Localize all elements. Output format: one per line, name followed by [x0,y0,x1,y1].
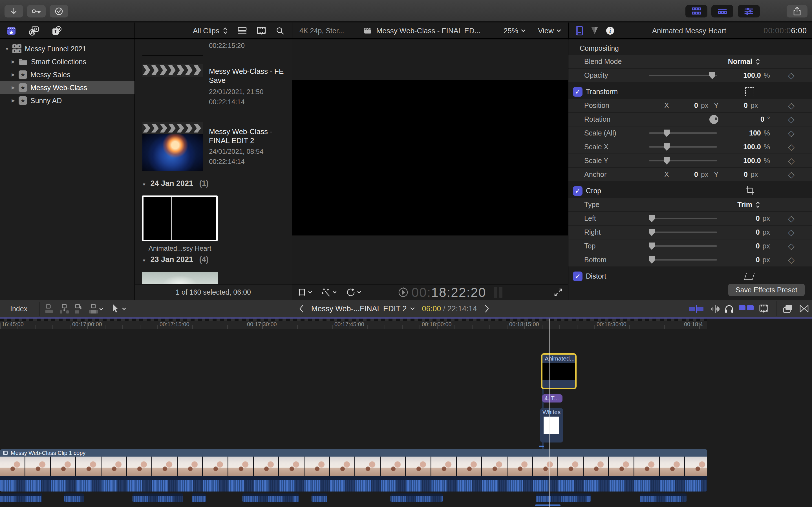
opacity-slider[interactable] [649,75,717,76]
timeline-clip-title[interactable]: 4. T... [542,394,562,402]
enhancements-popup[interactable] [322,288,337,297]
keywords-button[interactable] [27,5,46,17]
browser-toggle-button[interactable] [686,5,707,17]
keyframe-diamond-icon[interactable]: ◇ [788,255,795,265]
titles-generators-tab-icon[interactable]: T [51,25,62,36]
audio-segment[interactable] [133,494,183,502]
viewer-canvas[interactable] [292,80,568,235]
keyframe-diamond-icon[interactable]: ◇ [788,227,795,237]
audio-segment[interactable] [0,494,42,502]
clip-filter-popup[interactable]: All Clips [193,26,228,35]
transform-onscreen-icon[interactable] [745,87,754,96]
crop-right-value[interactable]: 0 [733,228,760,236]
append-edit-icon[interactable] [74,304,85,314]
keyframe-diamond-icon[interactable]: ◇ [788,241,795,251]
audio-inspector-tab-icon[interactable] [591,26,599,35]
slider-thumb[interactable] [649,242,655,250]
scale-all-value[interactable]: 100 [734,129,761,137]
distort-onscreen-icon[interactable] [745,273,754,280]
date-section-header[interactable]: ▼ 23 Jan 2021 (4) [140,255,209,264]
timeline-toggle-button[interactable] [711,5,733,17]
timeline-tracks[interactable]: 16:45:00 00:17:00:00 00:17:15:00 00:17:3… [0,319,707,507]
slider-thumb[interactable] [664,144,670,151]
chevron-left-icon[interactable] [299,304,304,313]
compound-clip-thumbnail[interactable] [142,122,203,134]
overwrite-edit-popup[interactable] [89,304,103,314]
list-view-icon[interactable] [238,26,247,35]
position-x-value[interactable]: 0 [673,101,698,110]
sidebar-item-library[interactable]: ▼ ★★★★ Messy Funnel 2021 [0,42,135,55]
audio-segment[interactable] [243,494,299,502]
fullscreen-icon[interactable] [554,288,562,297]
playhead[interactable] [549,319,550,507]
disclosure-triangle-icon[interactable]: ▼ [140,182,148,187]
transform-checkbox[interactable]: ✓ [573,87,582,97]
crop-left-slider[interactable] [649,218,717,219]
opacity-value[interactable]: 100.0 [734,71,761,79]
mini-audio-meters[interactable] [494,287,502,298]
slider-thumb[interactable] [649,256,655,264]
crop-bottom-slider[interactable] [649,259,717,261]
background-tasks-button[interactable] [50,5,68,17]
timeline-clip-animated[interactable]: Animated... [541,353,576,389]
keyframe-diamond-icon[interactable]: ◇ [788,142,795,152]
keyframe-diamond-icon[interactable]: ◇ [788,70,795,80]
project-title-popup[interactable]: Messy Web-...FINAL EDIT 2 [311,304,415,313]
viewer-format-info[interactable]: 4K 24p, Ster... [299,27,344,35]
keyframe-diamond-icon[interactable]: ◇ [788,170,795,179]
sidebar-item-smart-collections[interactable]: ▶ Smart Collections [0,55,135,68]
transitions-browser-button[interactable] [799,304,809,313]
timeline-ruler[interactable]: 16:45:00 00:17:00:00 00:17:15:00 00:17:3… [0,319,707,329]
slider-thumb[interactable] [649,229,655,236]
save-effects-preset-button[interactable]: Save Effects Preset [728,284,805,296]
disclosure-triangle-icon[interactable]: ▶ [10,72,17,77]
scale-y-slider[interactable] [649,160,717,161]
import-media-button[interactable] [4,5,23,17]
slider-thumb[interactable] [664,129,670,137]
snapping-toggle[interactable] [739,305,754,310]
zoom-popup[interactable]: 25% [504,26,525,35]
clapperboard-tab-icon[interactable] [6,25,16,36]
audio-segment[interactable] [536,494,591,502]
disclosure-triangle-icon[interactable]: ▶ [10,59,17,64]
anchor-x-value[interactable]: 0 [673,170,698,179]
info-inspector-tab-icon[interactable]: i [606,26,615,35]
compound-clip-thumbnail[interactable] [142,64,203,76]
play-skim-icon[interactable] [398,287,409,298]
timeline-scroll-hint[interactable] [535,504,560,506]
inspector-toggle-button[interactable] [738,5,760,17]
crop-bottom-value[interactable]: 0 [733,256,760,264]
clip-thumbnail-partial[interactable] [142,272,218,284]
scale-y-value[interactable]: 100.0 [734,157,761,165]
disclosure-triangle-icon[interactable]: ▶ [10,85,17,90]
date-section-header[interactable]: ▼ 24 Jan 2021 (1) [140,179,209,188]
photos-audio-tab-icon[interactable] [28,25,40,36]
index-button[interactable]: Index [10,300,28,318]
audio-segment[interactable] [192,494,206,502]
transform-tools-popup[interactable] [298,288,312,297]
crop-left-value[interactable]: 0 [733,214,760,223]
keyframe-diamond-icon[interactable]: ◇ [788,114,795,124]
audio-skimming-toggle[interactable] [711,304,720,314]
keyframe-diamond-icon[interactable]: ◇ [788,214,795,223]
sidebar-item-messy-sales[interactable]: ▶ ★ Messy Sales [0,68,135,81]
keyframe-diamond-icon[interactable]: ◇ [788,128,795,138]
position-y-value[interactable]: 0 [722,101,748,110]
skimming-toggle[interactable] [689,305,703,313]
search-icon[interactable] [276,26,284,35]
distort-checkbox[interactable]: ✓ [573,272,582,281]
video-inspector-tab-icon[interactable] [576,26,583,36]
crop-checkbox[interactable]: ✓ [573,186,582,196]
connect-edit-icon[interactable] [45,304,55,314]
rotation-value[interactable]: 0 [737,115,764,123]
brain-thumbnail[interactable] [142,134,203,171]
keyframe-diamond-icon[interactable]: ◇ [788,156,795,166]
slider-thumb[interactable] [709,72,715,79]
chevron-right-icon[interactable] [485,304,490,313]
slider-thumb[interactable] [649,215,655,222]
crop-type-popup[interactable]: Trim [737,201,760,209]
scale-x-slider[interactable] [649,146,717,148]
view-popup[interactable]: View [538,26,561,35]
crop-top-value[interactable]: 0 [733,242,760,250]
solo-toggle[interactable] [724,304,734,314]
